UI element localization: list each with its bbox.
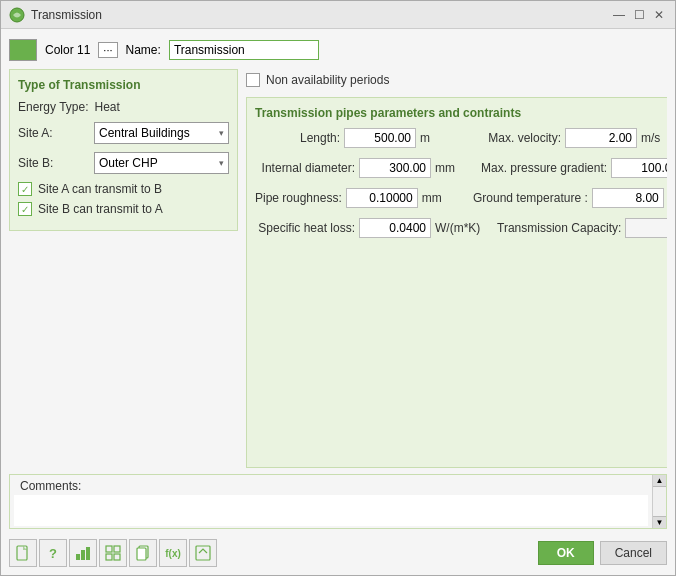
pipe-roughness-col: Pipe roughness: mm [255, 188, 452, 208]
dialog-content: Color 11 ··· Name: Type of Transmission … [1, 29, 675, 575]
svg-rect-1 [17, 546, 27, 560]
checkbox-a-to-b[interactable] [18, 182, 32, 196]
color-swatch [9, 39, 37, 61]
comments-textarea[interactable] [14, 495, 648, 526]
extra-icon [195, 545, 211, 561]
scrollbar-up-btn[interactable]: ▲ [653, 475, 666, 487]
toolbar-chart-button[interactable] [69, 539, 97, 567]
params-grid: Length: m Max. velocity: m/s [255, 128, 667, 248]
internal-diameter-unit: mm [435, 161, 465, 175]
specific-heat-input[interactable] [359, 218, 431, 238]
svg-rect-8 [114, 554, 120, 560]
checkbox-b-to-a-label: Site B can transmit to A [38, 202, 163, 216]
title-bar-left: Transmission [9, 7, 102, 23]
energy-type-label: Energy Type: [18, 100, 89, 114]
pipe-roughness-input[interactable] [346, 188, 418, 208]
window-controls: — ☐ ✕ [611, 7, 667, 23]
svg-rect-10 [137, 548, 146, 560]
params-row-3: Pipe roughness: mm Ground temperature : … [255, 188, 667, 208]
toolbar: ? [9, 539, 217, 567]
minimize-button[interactable]: — [611, 7, 627, 23]
svg-rect-7 [106, 554, 112, 560]
ground-temp-input[interactable] [592, 188, 664, 208]
params-row-4: Specific heat loss: W/(m*K) Transmission… [255, 218, 667, 238]
toolbar-copy-button[interactable] [129, 539, 157, 567]
color-label: Color 11 [45, 43, 90, 57]
length-unit: m [420, 131, 450, 145]
svg-rect-5 [106, 546, 112, 552]
checkbox-b-to-a[interactable] [18, 202, 32, 216]
toolbar-new-button[interactable] [9, 539, 37, 567]
ground-temp-col: Ground temperature : °C [468, 188, 667, 208]
site-b-value: Outer CHP [99, 156, 158, 170]
color-options-button[interactable]: ··· [98, 42, 117, 58]
max-pressure-input[interactable] [611, 158, 667, 178]
max-velocity-input[interactable] [565, 128, 637, 148]
window-title: Transmission [31, 8, 102, 22]
internal-diameter-label: Internal diameter: [255, 161, 355, 175]
right-panel: Non availability periods Transmission pi… [246, 69, 667, 468]
length-input[interactable] [344, 128, 416, 148]
params-row-2: Internal diameter: mm Max. pressure grad… [255, 158, 667, 178]
chart-icon [75, 545, 91, 561]
site-a-arrow-icon: ▾ [219, 128, 224, 138]
max-pressure-label: Max. pressure gradient: [481, 161, 607, 175]
left-panel: Type of Transmission Energy Type: Heat S… [9, 69, 238, 468]
transmission-capacity-col: Transmission Capacity: MW [496, 218, 667, 238]
maximize-button[interactable]: ☐ [631, 7, 647, 23]
ok-button[interactable]: OK [538, 541, 594, 565]
internal-diameter-input[interactable] [359, 158, 431, 178]
site-b-arrow-icon: ▾ [219, 158, 224, 168]
checkbox-a-to-b-label: Site A can transmit to B [38, 182, 162, 196]
transmission-capacity-label: Transmission Capacity: [496, 221, 621, 235]
function-icon: f(x) [165, 548, 181, 559]
top-bar: Color 11 ··· Name: [9, 37, 667, 63]
max-velocity-unit: m/s [641, 131, 667, 145]
site-a-value: Central Buildings [99, 126, 190, 140]
svg-rect-2 [76, 554, 80, 560]
internal-diameter-col: Internal diameter: mm [255, 158, 465, 178]
site-b-row: Site B: Outer CHP ▾ [18, 152, 229, 174]
toolbar-extra-button[interactable] [189, 539, 217, 567]
non-availability-checkbox[interactable] [246, 73, 260, 87]
site-b-label: Site B: [18, 156, 88, 170]
type-section: Type of Transmission Energy Type: Heat S… [9, 69, 238, 231]
transmission-dialog: Transmission — ☐ ✕ Color 11 ··· Name: Ty… [0, 0, 676, 576]
name-label: Name: [126, 43, 161, 57]
toolbar-help-button[interactable]: ? [39, 539, 67, 567]
params-section: Transmission pipes parameters and contra… [246, 97, 667, 468]
name-input[interactable] [169, 40, 319, 60]
max-velocity-col: Max. velocity: m/s [466, 128, 667, 148]
scrollbar-down-btn[interactable]: ▼ [653, 516, 666, 528]
svg-rect-11 [196, 546, 210, 560]
site-b-dropdown[interactable]: Outer CHP ▾ [94, 152, 229, 174]
params-section-title: Transmission pipes parameters and contra… [255, 106, 667, 120]
cancel-button[interactable]: Cancel [600, 541, 667, 565]
grid-icon [105, 545, 121, 561]
params-row-1: Length: m Max. velocity: m/s [255, 128, 667, 148]
non-availability-label: Non availability periods [266, 73, 389, 87]
length-col: Length: m [255, 128, 450, 148]
max-pressure-col: Max. pressure gradient: Pa/m [481, 158, 667, 178]
ground-temp-label: Ground temperature : [468, 191, 588, 205]
window-icon [9, 7, 25, 23]
close-button[interactable]: ✕ [651, 7, 667, 23]
toolbar-function-button[interactable]: f(x) [159, 539, 187, 567]
title-bar: Transmission — ☐ ✕ [1, 1, 675, 29]
max-velocity-label: Max. velocity: [466, 131, 561, 145]
comments-scrollbar[interactable]: ▲ ▼ [652, 475, 666, 528]
energy-type-row: Energy Type: Heat [18, 100, 229, 114]
site-a-row: Site A: Central Buildings ▾ [18, 122, 229, 144]
toolbar-grid-button[interactable] [99, 539, 127, 567]
new-file-icon [15, 545, 31, 561]
energy-type-value: Heat [95, 100, 120, 114]
site-a-dropdown[interactable]: Central Buildings ▾ [94, 122, 229, 144]
comments-label: Comments: [14, 477, 648, 495]
comments-section: Comments: ▲ ▼ [9, 474, 667, 529]
specific-heat-label: Specific heat loss: [255, 221, 355, 235]
length-label: Length: [255, 131, 340, 145]
main-area: Type of Transmission Energy Type: Heat S… [9, 69, 667, 468]
action-buttons: OK Cancel [538, 541, 667, 565]
type-section-title: Type of Transmission [18, 78, 229, 92]
pipe-roughness-unit: mm [422, 191, 452, 205]
